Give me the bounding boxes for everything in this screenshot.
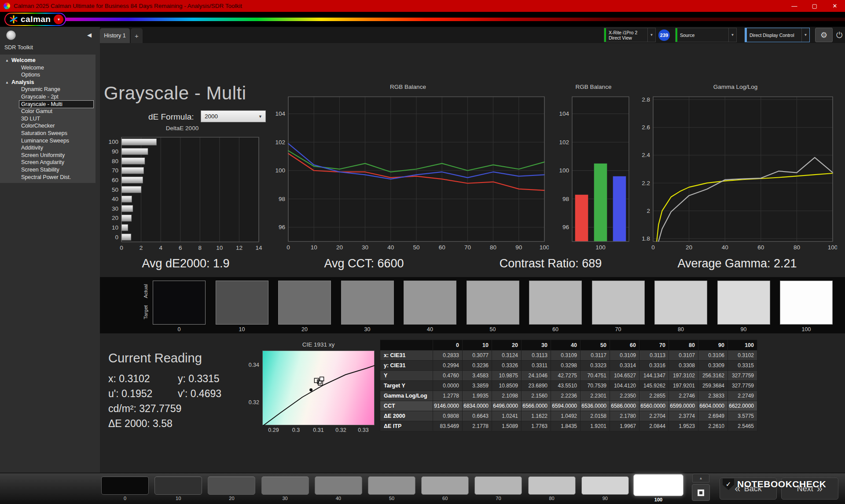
sidebar-item-additivity[interactable]: Additivity <box>0 144 96 152</box>
source-dropdown[interactable]: Source ▼ <box>675 28 737 42</box>
close-button[interactable]: ✕ <box>825 0 845 12</box>
sidebar-item-saturation-sweeps[interactable]: Saturation Sweeps <box>0 130 96 137</box>
reading-de: ΔE 2000: 3.58 <box>108 418 173 430</box>
level-patch-100[interactable] <box>633 474 683 496</box>
daylight-locus-curve <box>263 365 375 426</box>
tree-group-analysis[interactable]: ▲Analysis <box>0 79 96 86</box>
table-cell: 42.7275 <box>551 371 580 381</box>
table-cell: 2.1778 <box>463 421 492 431</box>
notebookcheck-watermark-text: NOTEBOOKCHECK <box>737 479 827 489</box>
tree-group-welcome[interactable]: ▲Welcome <box>0 57 96 64</box>
sidebar-item-welcome[interactable]: Welcome <box>0 64 96 72</box>
de-formula-dropdown[interactable]: 2000 ▼ <box>201 110 266 122</box>
level-patch-40[interactable] <box>315 476 362 495</box>
swatch-label: 50 <box>467 326 519 332</box>
level-patch-70[interactable] <box>474 476 522 495</box>
level-patch-0[interactable] <box>101 476 149 495</box>
minimize-button[interactable]: — <box>784 0 805 12</box>
swatch-label: 90 <box>717 326 770 332</box>
sidebar-collapse-icon[interactable]: ◀ <box>87 32 92 38</box>
settings-button[interactable]: ⚙ <box>815 28 833 42</box>
sidebar-item-color-gamut[interactable]: Color Gamut <box>0 108 96 115</box>
svg-text:4: 4 <box>159 245 162 251</box>
reading-y: y: 0.3315 <box>178 373 220 385</box>
svg-text:60: 60 <box>757 244 764 251</box>
sidebar-title: SDR Toolkit <box>4 44 33 51</box>
level-patch-90[interactable] <box>581 476 629 495</box>
table-row-label: CCT <box>380 401 433 411</box>
svg-text:10: 10 <box>112 224 118 231</box>
table-row-label: x: CIE31 <box>380 351 433 361</box>
level-patch-80[interactable] <box>528 476 576 495</box>
cie-x-tick: 0.31 <box>310 427 327 433</box>
sidebar-item-grayscale-2pt[interactable]: Grayscale - 2pt <box>0 93 96 101</box>
table-cell: 2.0158 <box>580 411 610 421</box>
patch-label: 90 <box>581 496 629 501</box>
sidebar-item-screen-angularity[interactable]: Screen Angularity <box>0 159 96 166</box>
table-cell: 1.9523 <box>669 421 698 431</box>
level-patch-50[interactable] <box>368 476 415 495</box>
grayscale-swatch-0 <box>153 281 206 325</box>
level-patch-10[interactable] <box>154 476 202 495</box>
tab-history-1[interactable]: History 1 <box>100 28 130 43</box>
meter-dropdown[interactable]: X-Rite i1Pro 2 Direct View ▼ <box>604 28 656 42</box>
sidebar-item-dynamic-range[interactable]: Dynamic Range <box>0 86 96 93</box>
sidebar-item-spectral-power-dist-[interactable]: Spectral Power Dist. <box>0 174 96 181</box>
table-cell: 6536.0000 <box>580 401 610 411</box>
sidebar-item-colorchecker[interactable]: ColorChecker <box>0 122 96 130</box>
sidebar-item-screen-stability[interactable]: Screen Stability <box>0 166 96 174</box>
sidebar-item-screen-uniformity[interactable]: Screen Uniformity <box>0 152 96 159</box>
table-cell: 0.2833 <box>433 351 463 361</box>
logo-dropdown-button[interactable]: ▼ <box>54 15 63 24</box>
level-patch-60[interactable] <box>421 476 469 495</box>
table-row-label: ΔE 2000 <box>380 411 433 421</box>
sidebar-item-grayscale-multi[interactable]: Grayscale - Multi <box>19 101 93 108</box>
svg-text:60: 60 <box>439 244 445 251</box>
maximize-button[interactable]: ▢ <box>805 0 825 12</box>
session-indicator-button[interactable] <box>6 30 16 40</box>
svg-text:12: 12 <box>236 245 242 251</box>
patch-label: 50 <box>368 496 415 501</box>
table-cell: 2.2610 <box>698 421 728 431</box>
table-cell: 2.2236 <box>551 391 580 401</box>
svg-text:96: 96 <box>279 224 285 230</box>
meter-reads-badge: 239 <box>658 29 670 41</box>
sidebar-item-luminance-sweeps[interactable]: Luminance Sweeps <box>0 137 96 145</box>
window-pattern-button[interactable] <box>692 484 710 501</box>
expand-panel-button[interactable]: ▲ <box>692 474 709 482</box>
power-button[interactable]: ⏻ <box>834 30 845 40</box>
level-patch-20[interactable] <box>208 476 255 495</box>
table-cell: 197.9201 <box>669 381 698 391</box>
svg-text:40: 40 <box>722 244 728 251</box>
table-cell: 1.5089 <box>492 421 522 431</box>
svg-text:80: 80 <box>794 244 800 251</box>
table-cell: 1.0241 <box>492 411 522 421</box>
table-row-label: Y <box>380 371 433 381</box>
meter-mode: Direct View <box>609 35 645 40</box>
svg-text:90: 90 <box>515 244 522 251</box>
calman-logo[interactable]: calman ▼ <box>4 13 66 26</box>
tree-toggle-icon: ▲ <box>5 57 9 65</box>
table-cell: 0.3314 <box>610 361 639 371</box>
grayscale-swatch-100 <box>780 281 833 325</box>
svg-text:40: 40 <box>112 196 118 202</box>
svg-text:6: 6 <box>179 245 182 251</box>
add-tab-button[interactable]: + <box>131 28 143 43</box>
table-cell: 0.3323 <box>580 361 610 371</box>
sidebar-item-3d-lut[interactable]: 3D LUT <box>0 115 96 123</box>
sidebar-item-options[interactable]: Options <box>0 71 96 79</box>
table-cell: 6496.0000 <box>492 401 522 411</box>
table-row-label: Gamma Log/Log <box>380 391 433 401</box>
gamma-chart-title: Gamma Log/Log <box>634 84 837 91</box>
grayscale-swatch-60 <box>529 281 582 325</box>
table-col-header: 90 <box>698 340 728 351</box>
svg-text:30: 30 <box>112 205 118 212</box>
display-control-dropdown[interactable]: Direct Display Control ▼ <box>745 28 810 42</box>
table-cell: 327.7759 <box>728 371 757 381</box>
deltae-chart: DeltaE 2000 0246810121410090807060504030… <box>102 125 262 255</box>
level-patch-30[interactable] <box>261 476 309 495</box>
swatch-label: 60 <box>529 326 582 332</box>
patch-label: 30 <box>261 496 309 501</box>
svg-text:98: 98 <box>279 196 285 202</box>
table-cell: 104.6527 <box>610 371 639 381</box>
